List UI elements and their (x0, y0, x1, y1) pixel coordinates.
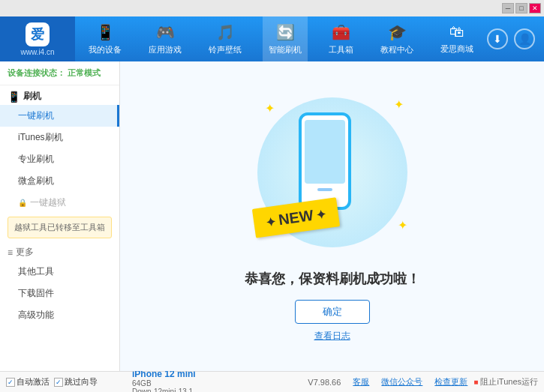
tutorial-icon: 🎓 (388, 23, 407, 41)
tutorial-label: 教程中心 (380, 44, 413, 55)
sidebar-item-other-tools[interactable]: 其他工具 (0, 261, 119, 283)
flash-icon: 📱 (8, 91, 20, 103)
wechat-link[interactable]: 微信公众号 (381, 376, 422, 388)
nav-item-apps-games[interactable]: 🎮 应用游戏 (143, 16, 188, 61)
connection-status: 设备连接状态： 正常模式 (0, 61, 119, 85)
guided-setup-label: 跳过向导 (65, 376, 98, 388)
phone-shape (299, 112, 351, 210)
maximize-button[interactable]: □ (515, 3, 527, 13)
sidebar-item-one-key-flash[interactable]: 一键刷机 (0, 105, 119, 127)
sparkle-1: ✦ (265, 101, 275, 115)
download-button[interactable]: ⬇ (487, 28, 508, 49)
guided-setup-checkbox[interactable] (54, 378, 63, 387)
sidebar-item-pro-flash[interactable]: 专业刷机 (0, 148, 119, 170)
bottom-left: 自动激活 跳过向导 (6, 376, 126, 388)
nav-item-ringtones[interactable]: 🎵 铃声壁纸 (203, 16, 248, 61)
bottom-bar: 自动激活 跳过向导 iPhone 12 mini 64GB Down-12min… (0, 371, 544, 392)
apps-games-icon: 🎮 (156, 23, 175, 41)
bottom-device: iPhone 12 mini 64GB Down-12mini-13,1 (126, 369, 246, 393)
toolbox-icon: 🧰 (332, 23, 350, 41)
auto-restart-checkbox[interactable] (6, 378, 15, 387)
phone-home-button (317, 188, 332, 191)
itunes-stop-label: 阻止iTunes运行 (480, 376, 538, 388)
ringtones-icon: 🎵 (216, 23, 235, 41)
check-update-link[interactable]: 检查更新 (434, 376, 467, 388)
device-storage: 64GB (132, 379, 246, 388)
logo-url: www.i4.cn (20, 48, 54, 56)
auto-restart-checkbox-group[interactable]: 自动激活 (6, 376, 50, 388)
smart-flash-label: 智能刷机 (269, 44, 302, 55)
close-button[interactable]: ✕ (529, 3, 541, 13)
main: 设备连接状态： 正常模式 📱 刷机 一键刷机 iTunes刷机 专业刷机 微盒刷… (0, 61, 544, 371)
bottom-content: V7.98.66 客服 微信公众号 检查更新 (246, 376, 473, 388)
ringtones-label: 铃声壁纸 (209, 44, 242, 55)
locked-label: 一键越狱 (30, 196, 66, 209)
guided-setup-checkbox-group[interactable]: 跳过向导 (54, 376, 98, 388)
success-illustration: NEW ✦ ✦ ✦ (250, 90, 415, 255)
minimize-button[interactable]: ─ (502, 3, 514, 13)
my-device-label: 我的设备 (89, 44, 122, 55)
device-os: Down-12mini-13,1 (132, 388, 246, 393)
more-section-label: 更多 (16, 246, 34, 259)
nav-item-tutorial[interactable]: 🎓 教程中心 (374, 16, 419, 61)
header: 爱 www.i4.cn 📱 我的设备 🎮 应用游戏 🎵 铃声壁纸 🔄 智能刷机 … (0, 16, 544, 61)
smart-flash-icon: 🔄 (276, 23, 295, 41)
nav-item-my-device[interactable]: 📱 我的设备 (83, 16, 128, 61)
more-section-header: ≡ 更多 (0, 241, 119, 261)
content-area: NEW ✦ ✦ ✦ 恭喜您，保资料刷机成功啦！ 确定 查看日志 (120, 61, 544, 371)
sidebar: 设备连接状态： 正常模式 📱 刷机 一键刷机 iTunes刷机 专业刷机 微盒刷… (0, 61, 120, 371)
title-bar: ─ □ ✕ (0, 0, 544, 16)
info-box-text: 越狱工具已转移至工具箱 (14, 223, 105, 232)
success-text: 恭喜您，保资料刷机成功啦！ (245, 270, 420, 288)
locked-item: 🔒 一键越狱 (0, 192, 119, 214)
lock-icon: 🔒 (18, 199, 27, 207)
nav-item-toolbox[interactable]: 🧰 工具箱 (323, 16, 359, 61)
phone-screen (305, 120, 345, 184)
secondary-link[interactable]: 查看日志 (314, 330, 350, 343)
confirm-button[interactable]: 确定 (295, 300, 370, 324)
sidebar-item-download-firmware[interactable]: 下载固件 (0, 283, 119, 304)
header-actions: ⬇ 👤 (487, 28, 544, 49)
nav-item-smart-flash[interactable]: 🔄 智能刷机 (263, 16, 308, 61)
logo[interactable]: 爱 www.i4.cn (0, 16, 75, 61)
shop-label: 爱思商城 (440, 43, 473, 55)
version-label: V7.98.66 (308, 378, 341, 387)
itunes-running[interactable]: ■ 阻止iTunes运行 (473, 376, 538, 388)
nav-item-shop[interactable]: 🛍 爱思商城 (434, 16, 479, 61)
shop-icon: 🛍 (449, 23, 464, 40)
connection-value: 正常模式 (68, 68, 101, 77)
auto-restart-label: 自动激活 (17, 376, 50, 388)
sidebar-item-micro-flash[interactable]: 微盒刷机 (0, 170, 119, 192)
info-box: 越狱工具已转移至工具箱 (8, 217, 112, 238)
connection-label: 设备连接状态： (8, 68, 65, 77)
my-device-icon: 📱 (96, 23, 115, 41)
customer-service-link[interactable]: 客服 (353, 376, 369, 388)
toolbox-label: 工具箱 (329, 44, 353, 55)
stop-icon: ■ (473, 378, 478, 386)
sparkle-3: ✦ (398, 218, 407, 232)
apps-games-label: 应用游戏 (149, 44, 182, 55)
sidebar-item-itunes-flash[interactable]: iTunes刷机 (0, 127, 119, 148)
sidebar-item-advanced[interactable]: 高级功能 (0, 304, 119, 326)
nav-items: 📱 我的设备 🎮 应用游戏 🎵 铃声壁纸 🔄 智能刷机 🧰 工具箱 🎓 教程中心… (75, 16, 487, 61)
more-icon: ≡ (8, 247, 13, 258)
flash-section-label: 刷机 (23, 90, 41, 103)
sparkle-2: ✦ (394, 97, 404, 112)
logo-icon: 爱 (26, 22, 50, 46)
flash-section-header: 📱 刷机 (0, 85, 119, 105)
user-button[interactable]: 👤 (514, 28, 535, 49)
